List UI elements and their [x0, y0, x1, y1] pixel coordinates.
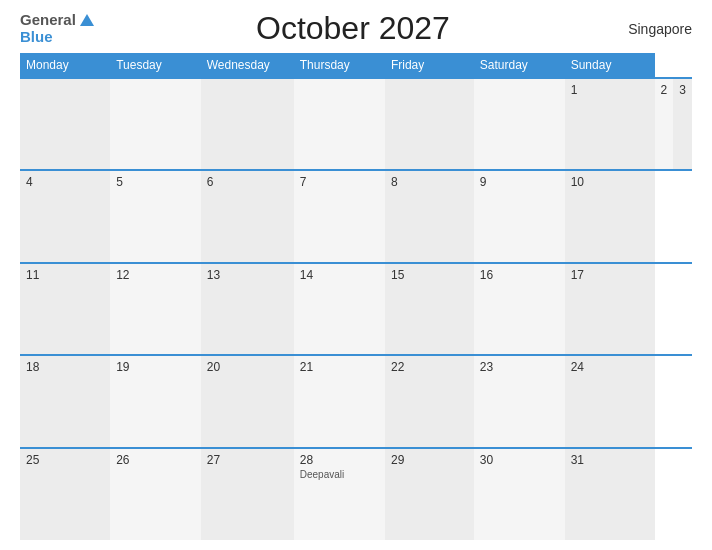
- table-row: 1: [565, 78, 655, 170]
- col-saturday: Saturday: [474, 53, 565, 78]
- day-number: 28: [300, 453, 379, 467]
- day-number: 17: [571, 268, 649, 282]
- table-row: 27: [201, 448, 294, 540]
- day-number: 7: [300, 175, 379, 189]
- month-title: October 2027: [94, 10, 612, 47]
- table-row: 26: [110, 448, 201, 540]
- day-number: 26: [116, 453, 195, 467]
- day-number: 20: [207, 360, 288, 374]
- table-row: 29: [385, 448, 474, 540]
- col-tuesday: Tuesday: [110, 53, 201, 78]
- table-row: 25: [20, 448, 110, 540]
- table-row: [385, 78, 474, 170]
- calendar-table: Monday Tuesday Wednesday Thursday Friday…: [20, 53, 692, 540]
- day-number: 1: [571, 83, 649, 97]
- country-label: Singapore: [612, 21, 692, 37]
- table-row: 30: [474, 448, 565, 540]
- calendar-header-row: Monday Tuesday Wednesday Thursday Friday…: [20, 53, 692, 78]
- table-row: 20: [201, 355, 294, 447]
- day-number: 25: [26, 453, 104, 467]
- logo-general-text: General: [20, 12, 76, 29]
- table-row: 16: [474, 263, 565, 355]
- day-number: 4: [26, 175, 104, 189]
- day-number: 23: [480, 360, 559, 374]
- day-number: 11: [26, 268, 104, 282]
- table-row: 3: [673, 78, 692, 170]
- table-row: 11: [20, 263, 110, 355]
- table-row: [474, 78, 565, 170]
- table-row: 8: [385, 170, 474, 262]
- holiday-label: Deepavali: [300, 469, 379, 480]
- day-number: 19: [116, 360, 195, 374]
- calendar-week-2: 45678910: [20, 170, 692, 262]
- table-row: 28Deepavali: [294, 448, 385, 540]
- day-number: 12: [116, 268, 195, 282]
- table-row: 7: [294, 170, 385, 262]
- day-number: 18: [26, 360, 104, 374]
- calendar-week-1: 123: [20, 78, 692, 170]
- table-row: 5: [110, 170, 201, 262]
- day-number: 10: [571, 175, 649, 189]
- day-number: 2: [661, 83, 668, 97]
- day-number: 21: [300, 360, 379, 374]
- day-number: 8: [391, 175, 468, 189]
- table-row: 12: [110, 263, 201, 355]
- day-number: 27: [207, 453, 288, 467]
- logo-triangle-icon: [80, 14, 94, 26]
- col-wednesday: Wednesday: [201, 53, 294, 78]
- table-row: 10: [565, 170, 655, 262]
- table-row: 4: [20, 170, 110, 262]
- col-friday: Friday: [385, 53, 474, 78]
- table-row: [201, 78, 294, 170]
- logo: General Blue: [20, 12, 94, 45]
- calendar-body: 1234567891011121314151617181920212223242…: [20, 78, 692, 540]
- day-number: 24: [571, 360, 649, 374]
- table-row: 22: [385, 355, 474, 447]
- logo-blue-text: Blue: [20, 29, 53, 46]
- calendar-week-3: 11121314151617: [20, 263, 692, 355]
- table-row: 23: [474, 355, 565, 447]
- day-number: 30: [480, 453, 559, 467]
- day-number: 6: [207, 175, 288, 189]
- col-thursday: Thursday: [294, 53, 385, 78]
- day-number: 22: [391, 360, 468, 374]
- table-row: 15: [385, 263, 474, 355]
- day-number: 5: [116, 175, 195, 189]
- day-number: 13: [207, 268, 288, 282]
- col-monday: Monday: [20, 53, 110, 78]
- calendar-header: General Blue October 2027 Singapore: [20, 10, 692, 47]
- table-row: [110, 78, 201, 170]
- table-row: 14: [294, 263, 385, 355]
- col-sunday: Sunday: [565, 53, 655, 78]
- table-row: 6: [201, 170, 294, 262]
- calendar-week-5: 25262728Deepavali293031: [20, 448, 692, 540]
- table-row: 21: [294, 355, 385, 447]
- table-row: 19: [110, 355, 201, 447]
- table-row: 13: [201, 263, 294, 355]
- day-number: 15: [391, 268, 468, 282]
- day-number: 31: [571, 453, 649, 467]
- table-row: 18: [20, 355, 110, 447]
- day-number: 9: [480, 175, 559, 189]
- day-number: 16: [480, 268, 559, 282]
- table-row: 2: [655, 78, 674, 170]
- table-row: [294, 78, 385, 170]
- table-row: [20, 78, 110, 170]
- table-row: 17: [565, 263, 655, 355]
- day-number: 14: [300, 268, 379, 282]
- day-number: 3: [679, 83, 686, 97]
- calendar-week-4: 18192021222324: [20, 355, 692, 447]
- day-number: 29: [391, 453, 468, 467]
- table-row: 24: [565, 355, 655, 447]
- table-row: 31: [565, 448, 655, 540]
- table-row: 9: [474, 170, 565, 262]
